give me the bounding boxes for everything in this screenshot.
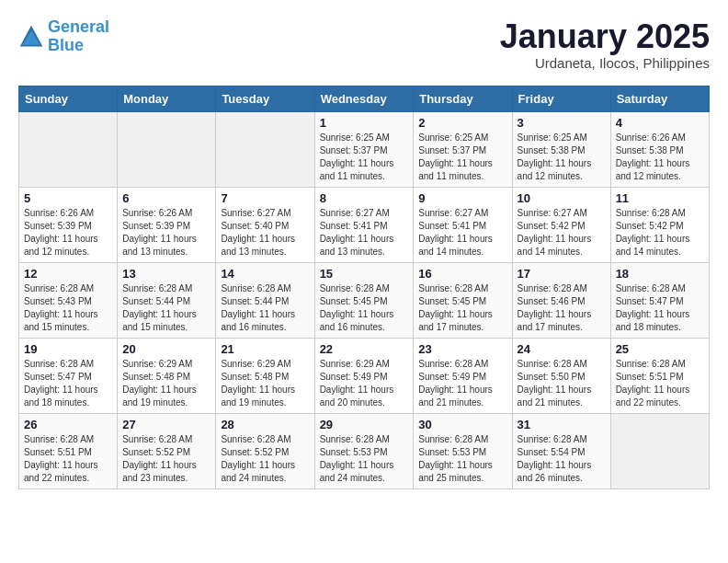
day-number: 19 (24, 342, 112, 356)
day-number: 6 (122, 191, 210, 205)
day-number: 25 (616, 342, 704, 356)
day-info: Sunrise: 6:26 AM Sunset: 5:39 PM Dayligh… (122, 207, 210, 259)
day-info: Sunrise: 6:25 AM Sunset: 5:37 PM Dayligh… (320, 132, 409, 183)
day-number: 15 (320, 267, 409, 281)
calendar-cell: 4Sunrise: 6:26 AM Sunset: 5:38 PM Daylig… (610, 111, 709, 187)
day-number: 4 (616, 116, 704, 130)
calendar-header-row: SundayMondayTuesdayWednesdayThursdayFrid… (19, 86, 710, 111)
calendar-cell: 7Sunrise: 6:27 AM Sunset: 5:40 PM Daylig… (216, 187, 314, 262)
day-number: 27 (122, 418, 210, 431)
logo-icon (18, 24, 44, 50)
day-info: Sunrise: 6:28 AM Sunset: 5:42 PM Dayligh… (616, 207, 704, 259)
day-number: 13 (122, 267, 210, 281)
day-info: Sunrise: 6:28 AM Sunset: 5:51 PM Dayligh… (24, 433, 112, 485)
calendar-cell: 13Sunrise: 6:28 AM Sunset: 5:44 PM Dayli… (118, 262, 216, 338)
day-info: Sunrise: 6:27 AM Sunset: 5:40 PM Dayligh… (221, 207, 309, 259)
day-number: 26 (24, 418, 112, 431)
calendar-cell: 15Sunrise: 6:28 AM Sunset: 5:45 PM Dayli… (314, 262, 414, 338)
calendar-week-row: 12Sunrise: 6:28 AM Sunset: 5:43 PM Dayli… (19, 262, 710, 338)
day-info: Sunrise: 6:25 AM Sunset: 5:37 PM Dayligh… (418, 132, 506, 183)
calendar-cell: 10Sunrise: 6:27 AM Sunset: 5:42 PM Dayli… (512, 187, 610, 262)
day-number: 31 (518, 418, 606, 431)
calendar-cell (118, 111, 216, 187)
calendar-cell: 9Sunrise: 6:27 AM Sunset: 5:41 PM Daylig… (414, 187, 512, 262)
day-number: 12 (24, 267, 112, 281)
logo: General Blue (18, 18, 109, 55)
day-info: Sunrise: 6:28 AM Sunset: 5:52 PM Dayligh… (221, 433, 309, 485)
day-info: Sunrise: 6:28 AM Sunset: 5:53 PM Dayligh… (320, 433, 409, 485)
month-title: January 2025 (500, 18, 710, 55)
calendar-cell: 12Sunrise: 6:28 AM Sunset: 5:43 PM Dayli… (19, 262, 118, 338)
col-header-sunday: Sunday (19, 86, 118, 111)
day-info: Sunrise: 6:26 AM Sunset: 5:38 PM Dayligh… (616, 132, 704, 183)
page-header: General Blue January 2025 Urdaneta, Iloc… (18, 18, 710, 71)
logo-text: General Blue (48, 18, 109, 55)
calendar-cell: 20Sunrise: 6:29 AM Sunset: 5:48 PM Dayli… (118, 338, 216, 413)
day-number: 1 (320, 116, 409, 130)
day-info: Sunrise: 6:28 AM Sunset: 5:43 PM Dayligh… (24, 282, 112, 334)
day-number: 7 (221, 191, 309, 205)
day-number: 5 (24, 191, 112, 205)
day-info: Sunrise: 6:28 AM Sunset: 5:47 PM Dayligh… (616, 282, 704, 334)
calendar-cell: 17Sunrise: 6:28 AM Sunset: 5:46 PM Dayli… (512, 262, 610, 338)
day-info: Sunrise: 6:28 AM Sunset: 5:47 PM Dayligh… (24, 358, 112, 409)
calendar-cell: 18Sunrise: 6:28 AM Sunset: 5:47 PM Dayli… (610, 262, 709, 338)
calendar-cell: 8Sunrise: 6:27 AM Sunset: 5:41 PM Daylig… (314, 187, 414, 262)
day-info: Sunrise: 6:28 AM Sunset: 5:44 PM Dayligh… (221, 282, 309, 334)
day-info: Sunrise: 6:28 AM Sunset: 5:54 PM Dayligh… (518, 433, 606, 485)
day-number: 20 (122, 342, 210, 356)
day-info: Sunrise: 6:28 AM Sunset: 5:51 PM Dayligh… (616, 358, 704, 409)
calendar-cell (216, 111, 314, 187)
calendar-cell: 6Sunrise: 6:26 AM Sunset: 5:39 PM Daylig… (118, 187, 216, 262)
day-info: Sunrise: 6:27 AM Sunset: 5:41 PM Dayligh… (320, 207, 409, 259)
calendar-table: SundayMondayTuesdayWednesdayThursdayFrid… (18, 86, 710, 489)
day-number: 22 (320, 342, 409, 356)
calendar-cell: 19Sunrise: 6:28 AM Sunset: 5:47 PM Dayli… (19, 338, 118, 413)
calendar-cell: 5Sunrise: 6:26 AM Sunset: 5:39 PM Daylig… (19, 187, 118, 262)
calendar-cell: 29Sunrise: 6:28 AM Sunset: 5:53 PM Dayli… (314, 413, 414, 488)
day-info: Sunrise: 6:29 AM Sunset: 5:49 PM Dayligh… (320, 358, 409, 409)
day-number: 16 (418, 267, 506, 281)
day-number: 28 (221, 418, 309, 431)
day-info: Sunrise: 6:28 AM Sunset: 5:45 PM Dayligh… (418, 282, 506, 334)
calendar-week-row: 26Sunrise: 6:28 AM Sunset: 5:51 PM Dayli… (19, 413, 710, 488)
calendar-cell: 24Sunrise: 6:28 AM Sunset: 5:50 PM Dayli… (512, 338, 610, 413)
day-info: Sunrise: 6:28 AM Sunset: 5:45 PM Dayligh… (320, 282, 409, 334)
day-info: Sunrise: 6:26 AM Sunset: 5:39 PM Dayligh… (24, 207, 112, 259)
day-info: Sunrise: 6:28 AM Sunset: 5:49 PM Dayligh… (418, 358, 506, 409)
calendar-cell: 21Sunrise: 6:29 AM Sunset: 5:48 PM Dayli… (216, 338, 314, 413)
day-info: Sunrise: 6:29 AM Sunset: 5:48 PM Dayligh… (122, 358, 210, 409)
day-number: 9 (418, 191, 506, 205)
calendar-cell: 11Sunrise: 6:28 AM Sunset: 5:42 PM Dayli… (610, 187, 709, 262)
calendar-cell: 14Sunrise: 6:28 AM Sunset: 5:44 PM Dayli… (216, 262, 314, 338)
day-number: 18 (616, 267, 704, 281)
day-number: 14 (221, 267, 309, 281)
calendar-cell: 3Sunrise: 6:25 AM Sunset: 5:38 PM Daylig… (512, 111, 610, 187)
day-info: Sunrise: 6:28 AM Sunset: 5:53 PM Dayligh… (418, 433, 506, 485)
day-info: Sunrise: 6:29 AM Sunset: 5:48 PM Dayligh… (221, 358, 309, 409)
calendar-cell: 2Sunrise: 6:25 AM Sunset: 5:37 PM Daylig… (414, 111, 512, 187)
day-info: Sunrise: 6:27 AM Sunset: 5:41 PM Dayligh… (418, 207, 506, 259)
calendar-week-row: 19Sunrise: 6:28 AM Sunset: 5:47 PM Dayli… (19, 338, 710, 413)
calendar-cell: 16Sunrise: 6:28 AM Sunset: 5:45 PM Dayli… (414, 262, 512, 338)
day-number: 23 (418, 342, 506, 356)
day-number: 24 (518, 342, 606, 356)
col-header-saturday: Saturday (610, 86, 709, 111)
location-subtitle: Urdaneta, Ilocos, Philippines (500, 55, 710, 71)
calendar-cell: 22Sunrise: 6:29 AM Sunset: 5:49 PM Dayli… (314, 338, 414, 413)
day-info: Sunrise: 6:28 AM Sunset: 5:52 PM Dayligh… (122, 433, 210, 485)
calendar-cell: 31Sunrise: 6:28 AM Sunset: 5:54 PM Dayli… (512, 413, 610, 488)
calendar-cell: 27Sunrise: 6:28 AM Sunset: 5:52 PM Dayli… (118, 413, 216, 488)
day-number: 29 (320, 418, 409, 431)
col-header-friday: Friday (512, 86, 610, 111)
day-info: Sunrise: 6:28 AM Sunset: 5:44 PM Dayligh… (122, 282, 210, 334)
title-block: January 2025 Urdaneta, Ilocos, Philippin… (500, 18, 710, 71)
calendar-cell: 26Sunrise: 6:28 AM Sunset: 5:51 PM Dayli… (19, 413, 118, 488)
calendar-cell: 23Sunrise: 6:28 AM Sunset: 5:49 PM Dayli… (414, 338, 512, 413)
day-number: 2 (418, 116, 506, 130)
day-info: Sunrise: 6:28 AM Sunset: 5:50 PM Dayligh… (518, 358, 606, 409)
day-info: Sunrise: 6:28 AM Sunset: 5:46 PM Dayligh… (518, 282, 606, 334)
day-number: 30 (418, 418, 506, 431)
calendar-cell (19, 111, 118, 187)
calendar-cell (610, 413, 709, 488)
